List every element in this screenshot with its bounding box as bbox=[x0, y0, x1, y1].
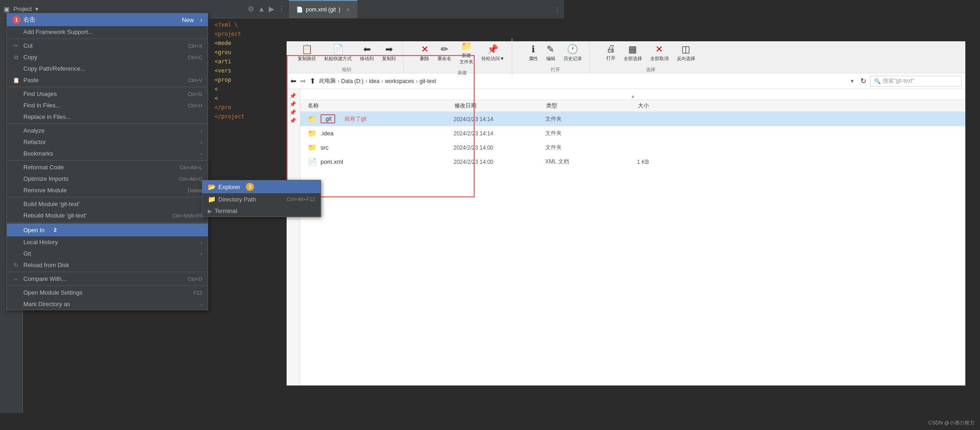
submenu-terminal[interactable]: ▶ Terminal bbox=[202, 205, 321, 217]
menu-build-module[interactable]: Build Module 'git-text' bbox=[7, 198, 208, 210]
paste-quick-btn[interactable]: 📄 粘贴快捷方式 bbox=[321, 42, 354, 64]
find-files-label: Find in Files... bbox=[23, 102, 61, 109]
src-modified: 2024/2/23 14:00 bbox=[454, 145, 545, 151]
run-icon[interactable]: ▶ bbox=[269, 5, 274, 13]
sort-arrow: ▲ bbox=[631, 94, 635, 99]
rebuild-module-label: Rebuild Module 'git-text' bbox=[23, 212, 87, 219]
reformat-shortcut: Ctrl+Alt+L bbox=[180, 165, 202, 170]
menu-module-settings[interactable]: Open Module Settings F12 bbox=[7, 287, 208, 298]
edit-btn[interactable]: ✎ 编辑 bbox=[543, 42, 558, 64]
menu-copy-path[interactable]: Copy Path/Reference... bbox=[7, 63, 208, 74]
path-git-text[interactable]: git-text bbox=[420, 78, 436, 84]
menu-refactor[interactable]: Refactor › bbox=[7, 136, 208, 148]
module-settings-label: Open Module Settings bbox=[23, 289, 83, 296]
dropdown-address-icon[interactable]: ▾ bbox=[848, 78, 857, 84]
pin-icon-4[interactable]: 📌 bbox=[289, 117, 297, 124]
submenu-directory-path[interactable]: 📁 Directory Path Ctrl+Alt+F12 bbox=[202, 193, 321, 205]
menu-replace-files[interactable]: Replace in Files... bbox=[7, 111, 208, 123]
menu-find-usages[interactable]: Find Usages Ctrl+G bbox=[7, 88, 208, 100]
copy-to-btn[interactable]: ➡ 复制到 bbox=[379, 42, 399, 64]
copy-path-btn[interactable]: 📋 复制路径 bbox=[295, 42, 319, 64]
file-row-idea[interactable]: 📁 .idea 2024/2/23 14:14 文件夹 bbox=[300, 126, 965, 140]
forward-icon[interactable]: ➡ bbox=[300, 77, 306, 85]
menu-mark-directory[interactable]: Mark Directory as › bbox=[7, 298, 208, 310]
menu-reload-disk[interactable]: ↻ Reload from Disk bbox=[7, 259, 208, 271]
delete-btn[interactable]: ✕ 删除 bbox=[417, 42, 432, 64]
search-box[interactable]: 🔍 搜索"git-text" bbox=[870, 76, 962, 87]
context-menu: 1 右击 New › Add Framework Support... ✂ Cu… bbox=[6, 13, 208, 310]
easy-access-btn[interactable]: 📌 轻松访问▼ bbox=[479, 42, 507, 64]
separator-1 bbox=[7, 39, 208, 39]
cut-label: Cut bbox=[23, 42, 33, 49]
git-folder-name-cell: .git 就有了git bbox=[321, 115, 454, 123]
git-type: 文件夹 bbox=[545, 115, 637, 123]
compare-label: Compare With... bbox=[23, 275, 66, 282]
build-module-label: Build Module 'git-text' bbox=[23, 201, 80, 207]
settings-icon[interactable]: ⚙ bbox=[248, 5, 254, 13]
menu-find-files[interactable]: Find in Files... Ctrl+H bbox=[7, 100, 208, 111]
menu-optimize[interactable]: Optimize Imports Ctrl+Alt+O bbox=[7, 173, 208, 184]
delete-label: 删除 bbox=[420, 56, 429, 62]
search-placeholder: 搜索"git-text" bbox=[883, 77, 914, 85]
menu-reformat[interactable]: Reformat Code Ctrl+Alt+L bbox=[7, 162, 208, 173]
pin-icon-3[interactable]: 📌 bbox=[289, 109, 297, 116]
submenu-explorer[interactable]: 📂 Explorer 3 bbox=[202, 180, 321, 193]
explorer-icon: 📂 bbox=[208, 183, 216, 190]
path-pc[interactable]: 此电脑 bbox=[319, 77, 336, 85]
select-all-btn[interactable]: ▦ 全部选择 bbox=[621, 42, 645, 64]
invert-select-btn[interactable]: ◫ 反向选择 bbox=[674, 42, 698, 64]
active-tab[interactable]: 📄 pom.xml (git ) ✕ bbox=[289, 0, 357, 18]
idea-folder-name: .idea bbox=[321, 130, 454, 137]
delete-icon: ✕ bbox=[421, 44, 429, 55]
menu-git[interactable]: Git › bbox=[7, 248, 208, 259]
file-row-src[interactable]: 📁 src 2024/2/23 14:00 文件夹 bbox=[300, 140, 965, 155]
menu-cut[interactable]: ✂ Cut Ctrl+X bbox=[7, 40, 208, 51]
path-idea[interactable]: idea bbox=[369, 78, 380, 84]
properties-btn[interactable]: ℹ 属性 bbox=[526, 42, 541, 64]
replace-files-label: Replace in Files... bbox=[23, 113, 71, 120]
menu-bookmarks[interactable]: Bookmarks › bbox=[7, 148, 208, 159]
open-btn[interactable]: 🖨 打开 bbox=[604, 42, 618, 63]
history-label: 历史记录 bbox=[564, 56, 582, 62]
organize-buttons: 📋 复制路径 📄 粘贴快捷方式 ⬅ 移动到 ➡ 复制到 bbox=[295, 42, 399, 64]
build-icon[interactable]: ▲ bbox=[258, 5, 265, 13]
tab-close[interactable]: ✕ bbox=[346, 7, 350, 13]
history-icon: 🕐 bbox=[567, 44, 578, 55]
menu-open-in[interactable]: Open In 2 › bbox=[7, 223, 208, 236]
analyze-label: Analyze bbox=[23, 127, 44, 134]
new-folder-btn[interactable]: 📁 新建文件夹 bbox=[457, 39, 476, 67]
path-workspaces[interactable]: workspaces bbox=[385, 78, 414, 84]
separator-4 bbox=[7, 160, 208, 161]
pin-icon-2[interactable]: 📌 bbox=[289, 101, 297, 107]
menu-add-framework[interactable]: Add Framework Support... bbox=[7, 26, 208, 38]
path-data[interactable]: Data (D:) bbox=[341, 78, 364, 84]
up-icon[interactable]: ⬆ bbox=[310, 77, 316, 85]
more-tabs-icon[interactable]: ⋮ bbox=[551, 6, 564, 13]
rename-btn[interactable]: ✏ 重命名 bbox=[435, 42, 454, 64]
explorer-panel: 📋 复制路径 📄 粘贴快捷方式 ⬅ 移动到 ➡ 复制到 组织 bbox=[287, 41, 965, 385]
organize-label: 组织 bbox=[342, 67, 351, 73]
optimize-label: Optimize Imports bbox=[23, 175, 68, 182]
git-modified: 2024/2/23 14:14 bbox=[454, 116, 545, 123]
file-row-pom[interactable]: 📄 pom.xml 2024/2/23 14:00 XML 文档 1 KB bbox=[300, 155, 965, 169]
file-main: ▲ 名称 修改日期 类型 大小 📁 .git 就有了git 2024/2/23 … bbox=[300, 89, 965, 385]
menu-rebuild-module[interactable]: Rebuild Module 'git-text' Ctrl+Shift+F9 bbox=[7, 210, 208, 221]
menu-remove-module[interactable]: Remove Module Delete bbox=[7, 184, 208, 196]
mark-dir-label: Mark Directory as bbox=[23, 301, 70, 307]
menu-analyze[interactable]: Analyze › bbox=[7, 125, 208, 136]
history-btn[interactable]: 🕐 历史记录 bbox=[561, 42, 585, 64]
pin-icon-1[interactable]: 📌 bbox=[289, 93, 297, 99]
back-icon[interactable]: ⬅ bbox=[290, 77, 296, 85]
more-icon[interactable]: ⋮ bbox=[278, 5, 285, 13]
move-to-btn[interactable]: ⬅ 移动到 bbox=[357, 42, 376, 64]
menu-compare-with[interactable]: ↔ Compare With... Ctrl+D bbox=[7, 273, 208, 285]
menu-copy[interactable]: ⧉ Copy Ctrl+C bbox=[7, 51, 208, 63]
refresh-icon[interactable]: ↻ bbox=[860, 77, 866, 85]
compare-shortcut: Ctrl+D bbox=[188, 276, 202, 282]
dropdown-arrow[interactable]: ▾ bbox=[35, 6, 39, 12]
file-row-git[interactable]: 📁 .git 就有了git 2024/2/23 14:14 文件夹 bbox=[300, 112, 965, 126]
deselect-all-btn[interactable]: ✕ 全部取消 bbox=[648, 42, 671, 64]
menu-local-history[interactable]: Local History › bbox=[7, 236, 208, 248]
menu-paste[interactable]: 📋 Paste Ctrl+V bbox=[7, 74, 208, 86]
file-list-header: 名称 修改日期 类型 大小 bbox=[300, 100, 965, 112]
